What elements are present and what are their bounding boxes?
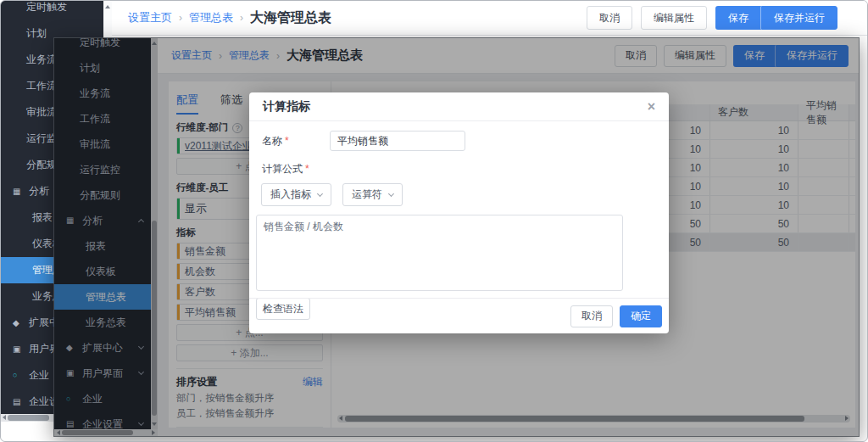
sidebar-item-icon: ○ — [13, 372, 25, 379]
sidebar-item-label: 报表 — [32, 210, 53, 225]
sidebar-item-label: 定时触发 — [26, 1, 67, 14]
dialog-body: 名称* 计算公式* 插入指标 运算符 — [249, 121, 669, 320]
chevron-down-icon — [317, 190, 323, 196]
sidebar-item[interactable]: 定时触发 — [1, 1, 103, 20]
metric-name-input[interactable] — [330, 131, 465, 151]
breadcrumb-separator: › — [240, 12, 243, 24]
scrollbar-thumb[interactable] — [8, 415, 49, 421]
formula-toolbar: 插入指标 运算符 — [261, 183, 657, 206]
calculated-metric-dialog: 计算指标 × 名称* 计算公式* 插入指标 — [249, 92, 669, 333]
chevron-down-icon — [388, 190, 394, 196]
edit-properties-button[interactable]: 编辑属性 — [641, 6, 707, 30]
breadcrumb-separator: › — [179, 12, 182, 24]
required-mark: * — [285, 135, 289, 147]
sidebar-item-label: 业务流 — [26, 53, 57, 67]
dialog-title: 计算指标 — [263, 99, 310, 115]
sidebar-item-icon: ▤ — [13, 398, 25, 406]
sidebar-item-label: 工作流 — [26, 79, 57, 93]
scroll-left-icon[interactable] — [3, 415, 6, 420]
save-button-group: 保存 保存并运行 — [715, 6, 837, 30]
sidebar-item-label: 分析 — [29, 184, 49, 199]
inner-window: 定时触发 计划 业务流 — [54, 38, 859, 436]
page-title: 大海管理总表 — [250, 9, 331, 27]
dialog-header: 计算指标 × — [249, 92, 669, 121]
scroll-up-icon[interactable] — [105, 5, 110, 8]
dropdown-label: 运算符 — [352, 187, 382, 202]
insert-metric-dropdown[interactable]: 插入指标 — [261, 183, 331, 206]
sidebar-item-icon: ◆ — [13, 319, 25, 327]
formula-label-row: 计算公式* — [262, 162, 657, 176]
dialog-footer: 取消 确定 — [249, 298, 669, 333]
save-and-run-button[interactable]: 保存并运行 — [761, 6, 837, 30]
operator-dropdown[interactable]: 运算符 — [342, 183, 403, 206]
label-text: 计算公式 — [262, 163, 303, 175]
breadcrumb-link[interactable]: 设置主页 — [128, 10, 172, 25]
name-field-row: 名称* — [262, 131, 657, 151]
sidebar-item-label: 企业 — [29, 368, 49, 383]
outer-actions: 取消 编辑属性 保存 保存并运行 — [587, 6, 837, 30]
dropdown-label: 插入指标 — [270, 187, 311, 202]
sidebar-item-icon: ▣ — [13, 345, 25, 354]
app-window: 定时触发 计划 业务流 工作流 — [0, 0, 868, 442]
sidebar-item-label: 计划 — [26, 26, 47, 41]
sidebar-item-icon: ▦ — [13, 187, 25, 196]
name-label: 名称* — [262, 134, 330, 148]
required-mark: * — [305, 163, 309, 175]
breadcrumb: 设置主页 › 管理总表 › 大海管理总表 — [128, 9, 331, 27]
save-button[interactable]: 保存 — [715, 6, 761, 30]
formula-label: 计算公式* — [262, 162, 309, 176]
cancel-button[interactable]: 取消 — [587, 6, 632, 30]
outer-topbar: 设置主页 › 管理总表 › 大海管理总表 取消 编辑属性 保存 保存并运行 — [112, 1, 867, 36]
label-text: 名称 — [262, 135, 282, 147]
formula-textarea[interactable]: 销售金额 / 机会数 — [256, 215, 623, 291]
dialog-cancel-button[interactable]: 取消 — [570, 305, 613, 327]
dialog-ok-button[interactable]: 确定 — [620, 305, 662, 327]
sidebar-item-label: 审批流 — [26, 105, 57, 120]
breadcrumb-link[interactable]: 管理总表 — [189, 10, 233, 25]
close-icon[interactable]: × — [648, 100, 655, 114]
